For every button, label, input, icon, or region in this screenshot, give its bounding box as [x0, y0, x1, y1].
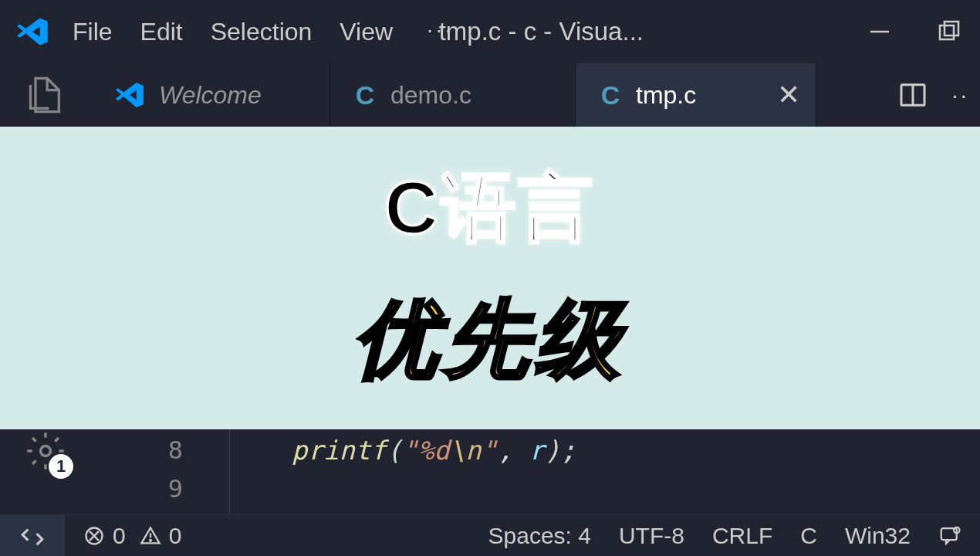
window-controls [861, 13, 980, 50]
maximize-button[interactable] [931, 13, 968, 50]
status-right: Spaces: 4 UTF-8 CRLF C Win32 [488, 523, 980, 549]
titlebar: File Edit Selection View ··· tmp.c - c -… [0, 0, 980, 63]
menu-file[interactable]: File [73, 18, 113, 46]
svg-rect-1 [940, 25, 954, 39]
activity-explorer[interactable] [0, 63, 91, 127]
error-count: 0 [113, 523, 126, 549]
tab-tmp-label: tmp.c [636, 81, 696, 110]
svg-point-5 [41, 446, 51, 456]
close-icon[interactable]: ✕ [777, 79, 800, 111]
status-problems[interactable]: 0 0 [83, 523, 181, 549]
line-number: 9 [91, 470, 183, 508]
split-editor-icon[interactable] [897, 80, 928, 110]
tab-welcome[interactable]: Welcome [91, 63, 330, 127]
menu-edit[interactable]: Edit [140, 18, 183, 46]
status-language[interactable]: C [800, 523, 817, 549]
overlay-banner: C语言 优先级 [0, 127, 980, 429]
menu-bar: File Edit Selection View ··· [73, 18, 454, 46]
line-gutter: 8 9 [91, 429, 230, 514]
svg-point-10 [150, 539, 151, 541]
feedback-icon[interactable] [938, 524, 961, 548]
warning-count: 0 [169, 523, 182, 549]
svg-rect-2 [945, 22, 958, 36]
menu-view[interactable]: View [340, 18, 393, 46]
status-eol[interactable]: CRLF [712, 523, 772, 549]
tab-welcome-label: Welcome [159, 81, 262, 110]
vscode-icon [114, 80, 145, 110]
status-platform[interactable]: Win32 [845, 523, 911, 549]
code-content[interactable]: printf("%d\n", r); [230, 429, 576, 514]
tab-bar: Welcome C demo.c C tmp.c ✕ ·· [0, 63, 980, 127]
tab-demo[interactable]: C demo.c [330, 63, 576, 127]
banner-title: C语言 [384, 159, 595, 259]
status-encoding[interactable]: UTF-8 [619, 523, 684, 549]
tab-tmp[interactable]: C tmp.c ✕ [576, 63, 816, 127]
vscode-logo-icon [15, 15, 49, 49]
editor-area: 1 8 9 printf("%d\n", r); [0, 429, 980, 514]
activity-bottom: 1 [0, 429, 91, 514]
gear-badge: 1 [49, 454, 73, 479]
banner-subtitle: 优先级 [353, 283, 627, 398]
line-number: 8 [91, 431, 183, 470]
menu-selection[interactable]: Selection [211, 18, 313, 46]
more-actions-icon[interactable]: ·· [951, 82, 969, 108]
remote-indicator[interactable] [0, 515, 65, 556]
code-line-8: printf("%d\n", r); [292, 431, 576, 470]
window-title: tmp.c - c - Visua... [439, 17, 644, 46]
settings-gear-icon[interactable]: 1 [25, 431, 66, 471]
status-bar: 0 0 Spaces: 4 UTF-8 CRLF C Win32 [0, 514, 980, 556]
c-file-icon: C [353, 83, 377, 107]
c-file-icon: C [599, 83, 622, 107]
minimize-button[interactable] [861, 13, 898, 50]
status-spaces[interactable]: Spaces: 4 [488, 523, 591, 549]
tab-demo-label: demo.c [390, 81, 471, 110]
editor-actions: ·· [897, 63, 980, 127]
